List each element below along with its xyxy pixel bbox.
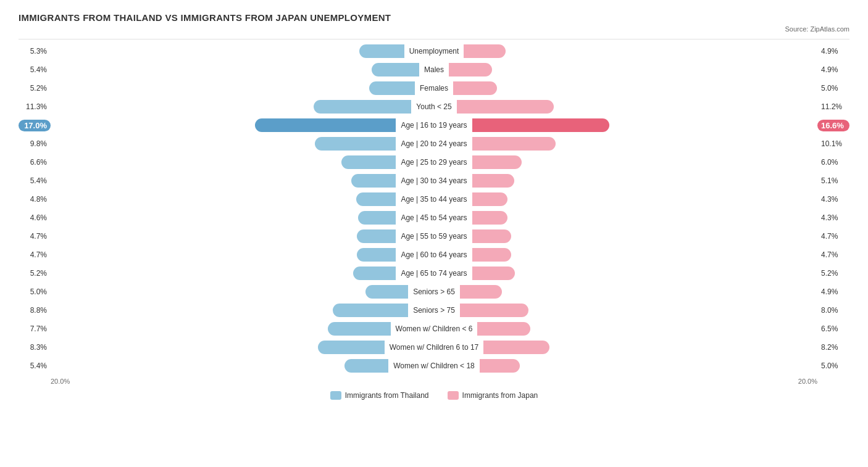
right-bar-seniors-65 — [460, 285, 502, 299]
left-bar-age-35-44 — [356, 192, 396, 206]
center-label-age-16-19: Age | 16 to 19 years — [396, 121, 472, 130]
left-bar-age-60-64 — [357, 248, 396, 262]
left-bar-age-65-74 — [353, 267, 396, 280]
right-value-youth-25: 11.2% — [817, 102, 849, 111]
right-bar-seniors-75 — [460, 304, 528, 317]
right-value-age-20-24: 10.1% — [817, 139, 849, 148]
left-bar-females — [369, 81, 415, 95]
bars-area-age-45-54: Age | 45 to 54 years — [51, 209, 817, 227]
left-value-unemployment: 5.3% — [19, 47, 51, 56]
left-bar-wrap-seniors-75 — [51, 301, 408, 320]
right-value-females: 5.0% — [817, 84, 849, 93]
center-label-seniors-75: Seniors > 75 — [408, 306, 460, 315]
right-bar-age-65-74 — [472, 267, 515, 280]
bars-area-age-30-34: Age | 30 to 34 years — [51, 172, 817, 190]
right-value-males: 4.9% — [817, 65, 849, 74]
left-bar-seniors-65 — [365, 285, 408, 299]
left-value-age-25-29: 6.6% — [19, 158, 51, 167]
right-bar-youth-25 — [457, 100, 554, 114]
bars-area-males: Males — [51, 60, 817, 79]
left-bar-wrap-age-65-74 — [51, 264, 396, 283]
left-value-women-children-6-17: 8.3% — [19, 343, 51, 352]
right-value-age-16-19: 16.6% — [817, 120, 849, 131]
bars-area-seniors-75: Seniors > 75 — [51, 301, 817, 320]
right-bar-wrap-age-60-64 — [472, 246, 817, 264]
bars-area-age-25-29: Age | 25 to 29 years — [51, 153, 817, 172]
legend-color-japan — [448, 391, 459, 400]
chart-row-age-30-34: 5.4% Age | 30 to 34 years 5.1% — [19, 172, 849, 190]
right-value-age-30-34: 5.1% — [817, 176, 849, 185]
center-label-males: Males — [419, 65, 449, 74]
left-bar-women-children-6-17 — [318, 341, 385, 354]
center-label-age-20-24: Age | 20 to 24 years — [396, 139, 472, 148]
right-bar-wrap-age-16-19 — [472, 116, 817, 134]
chart-row-women-children-lt18: 5.4% Women w/ Children < 18 5.0% — [19, 357, 849, 375]
right-bar-age-25-29 — [472, 155, 522, 169]
center-label-youth-25: Youth < 25 — [411, 102, 456, 111]
left-value-age-16-19: 17.0% — [19, 120, 51, 131]
page-title: IMMIGRANTS FROM THAILAND VS IMMIGRANTS F… — [19, 12, 849, 23]
left-bar-wrap-unemployment — [51, 42, 404, 60]
center-label-age-55-59: Age | 55 to 59 years — [396, 232, 472, 241]
right-value-age-35-44: 4.3% — [817, 195, 849, 204]
left-value-age-65-74: 5.2% — [19, 269, 51, 278]
left-bar-wrap-age-20-24 — [51, 134, 396, 153]
left-bar-age-55-59 — [357, 229, 396, 243]
chart-row-age-35-44: 4.8% Age | 35 to 44 years 4.3% — [19, 190, 849, 209]
left-value-seniors-75: 8.8% — [19, 306, 51, 315]
right-bar-age-55-59 — [472, 229, 511, 243]
right-bar-wrap-age-45-54 — [472, 209, 817, 227]
bars-area-seniors-65: Seniors > 65 — [51, 283, 817, 301]
right-bar-wrap-age-30-34 — [472, 172, 817, 190]
left-bar-age-20-24 — [315, 137, 396, 151]
right-bar-women-children-lt18 — [480, 359, 520, 373]
right-value-age-25-29: 6.0% — [817, 158, 849, 167]
right-value-women-children-lt18: 5.0% — [817, 362, 849, 370]
bars-area-age-65-74: Age | 65 to 74 years — [51, 264, 817, 283]
axis-right-label: 20.0% — [434, 375, 817, 385]
right-value-age-45-54: 4.3% — [817, 213, 849, 222]
right-value-unemployment: 4.9% — [817, 47, 849, 56]
chart-row-males: 5.4% Males 4.9% — [19, 60, 849, 79]
center-label-age-25-29: Age | 25 to 29 years — [396, 158, 472, 167]
left-bar-wrap-females — [51, 79, 415, 97]
bars-area-unemployment: Unemployment — [51, 42, 817, 60]
legend-color-thailand — [330, 391, 341, 400]
center-label-age-60-64: Age | 60 to 64 years — [396, 250, 472, 259]
right-bar-unemployment — [464, 44, 505, 58]
left-value-females: 5.2% — [19, 84, 51, 93]
right-value-age-60-64: 4.7% — [817, 250, 849, 259]
left-bar-wrap-women-children-6-17 — [51, 338, 385, 357]
left-bar-wrap-age-25-29 — [51, 153, 396, 172]
left-bar-youth-25 — [314, 100, 411, 114]
chart-row-unemployment: 5.3% Unemployment 4.9% — [19, 42, 849, 60]
bars-area-women-children-6-17: Women w/ Children 6 to 17 — [51, 338, 817, 357]
left-value-age-20-24: 9.8% — [19, 139, 51, 148]
chart-body: 5.3% Unemployment 4.9% 5.4% Males 4.9% 5… — [19, 39, 849, 375]
left-bar-age-16-19 — [255, 118, 396, 132]
left-bar-wrap-age-55-59 — [51, 227, 396, 246]
right-bar-wrap-women-children-lt18 — [480, 357, 817, 375]
right-value-seniors-75: 8.0% — [817, 306, 849, 315]
chart-row-age-25-29: 6.6% Age | 25 to 29 years 6.0% — [19, 153, 849, 172]
left-bar-age-45-54 — [358, 211, 396, 225]
left-bar-wrap-age-60-64 — [51, 246, 396, 264]
bars-area-age-55-59: Age | 55 to 59 years — [51, 227, 817, 246]
center-label-age-65-74: Age | 65 to 74 years — [396, 269, 472, 278]
chart-row-age-65-74: 5.2% Age | 65 to 74 years 5.2% — [19, 264, 849, 283]
chart-row-age-16-19: 17.0% Age | 16 to 19 years 16.6% — [19, 116, 849, 134]
right-value-women-children-6-17: 8.2% — [817, 343, 849, 352]
right-bar-wrap-age-65-74 — [472, 264, 817, 283]
right-bar-wrap-age-25-29 — [472, 153, 817, 172]
chart-row-youth-25: 11.3% Youth < 25 11.2% — [19, 97, 849, 116]
chart-row-age-55-59: 4.7% Age | 55 to 59 years 4.7% — [19, 227, 849, 246]
right-value-women-children-lt6: 6.5% — [817, 324, 849, 333]
center-label-seniors-65: Seniors > 65 — [408, 287, 460, 296]
right-bar-age-16-19 — [472, 118, 610, 132]
legend-label-japan: Immigrants from Japan — [462, 391, 538, 400]
center-label-women-children-lt6: Women w/ Children < 6 — [391, 324, 478, 333]
left-bar-wrap-youth-25 — [51, 97, 411, 116]
right-bar-females — [453, 81, 497, 95]
right-bar-males — [449, 63, 492, 76]
left-value-women-children-lt18: 5.4% — [19, 362, 51, 370]
